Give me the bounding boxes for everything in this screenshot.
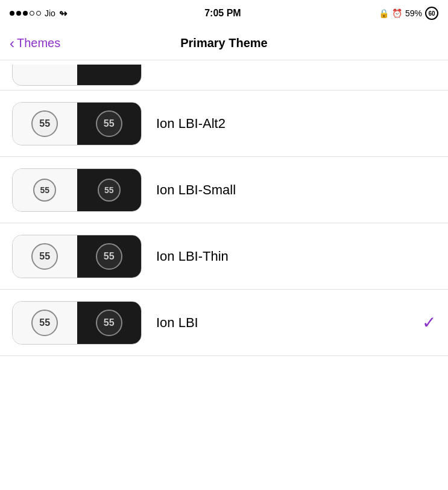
badge-dark-ion-lbi-small: 55 xyxy=(98,179,121,202)
badge-light-ion-lbi-small: 55 xyxy=(33,179,56,202)
preview-dark-ion-lbi-thin: 55 xyxy=(77,235,142,278)
lock-icon: 🔒 xyxy=(379,8,389,18)
theme-name-ion-lbi-thin: Ion LBI-Thin xyxy=(156,249,436,264)
back-chevron-icon: ‹ xyxy=(10,36,14,51)
theme-item-ion-lbi[interactable]: 55 55 Ion LBI ✓ xyxy=(0,290,448,356)
theme-preview-ion-lbi-thin: 55 55 xyxy=(12,235,142,278)
theme-preview-ion-lbi: 55 55 xyxy=(12,301,142,345)
theme-preview-ion-lbi-alt2: 55 55 xyxy=(12,102,142,145)
signal-dot-3 xyxy=(23,11,28,16)
alarm-icon: ⏰ xyxy=(392,8,402,18)
status-left: Jio ↬ xyxy=(10,8,67,19)
preview-light-ion-lbi: 55 xyxy=(13,302,77,344)
page-title: Primary Theme xyxy=(70,36,378,50)
signal-dot-2 xyxy=(16,11,21,16)
theme-name-ion-lbi: Ion LBI xyxy=(156,315,415,331)
battery-percent: 59% xyxy=(405,8,422,18)
badge-dark-ion-lbi-alt2: 55 xyxy=(96,110,122,137)
signal-dot-5 xyxy=(36,11,41,16)
wifi-icon: ↬ xyxy=(59,8,67,19)
theme-item-ion-lbi-thin[interactable]: 55 55 Ion LBI-Thin xyxy=(0,223,448,290)
signal-dot-4 xyxy=(30,11,34,16)
carrier-label: Jio xyxy=(45,8,55,18)
preview-light-ion-lbi-alt2: 55 xyxy=(13,103,77,145)
badge-light-ion-lbi: 55 xyxy=(31,310,58,336)
theme-item-ion-lbi-alt2[interactable]: 55 55 Ion LBI-Alt2 xyxy=(0,91,448,157)
battery-indicator: 60 xyxy=(425,7,438,20)
badge-light-ion-lbi-alt2: 55 xyxy=(31,110,58,137)
preview-light-ion-lbi-thin: 55 xyxy=(13,235,77,278)
partial-preview-light xyxy=(13,65,77,85)
selected-checkmark-icon: ✓ xyxy=(422,313,436,332)
preview-light-ion-lbi-small: 55 xyxy=(13,169,77,211)
partial-preview-dark xyxy=(77,65,142,85)
theme-preview-ion-lbi-small: 55 55 xyxy=(12,168,142,212)
signal-indicator xyxy=(10,11,41,16)
battery-circle-label: 60 xyxy=(428,10,435,17)
signal-dot-1 xyxy=(10,11,14,16)
status-bar: Jio ↬ 7:05 PM 🔒 ⏰ 59% 60 xyxy=(0,0,448,27)
status-time: 7:05 PM xyxy=(204,8,241,19)
status-right: 🔒 ⏰ 59% 60 xyxy=(379,7,438,20)
badge-dark-ion-lbi: 55 xyxy=(96,310,122,336)
theme-name-ion-lbi-alt2: Ion LBI-Alt2 xyxy=(156,116,436,132)
preview-dark-ion-lbi: 55 xyxy=(77,302,142,344)
nav-bar: ‹ Themes Primary Theme xyxy=(0,27,448,60)
badge-light-ion-lbi-thin: 55 xyxy=(31,243,58,270)
preview-dark-ion-lbi-small: 55 xyxy=(77,169,142,211)
partial-theme-item[interactable] xyxy=(0,60,448,91)
theme-name-ion-lbi-small: Ion LBI-Small xyxy=(156,182,436,198)
badge-dark-ion-lbi-thin: 55 xyxy=(96,243,122,270)
preview-dark-ion-lbi-alt2: 55 xyxy=(77,103,142,145)
partial-theme-preview xyxy=(12,65,142,86)
content-area: 55 55 Ion LBI-Alt2 55 55 xyxy=(0,60,448,490)
theme-item-ion-lbi-small[interactable]: 55 55 Ion LBI-Small xyxy=(0,157,448,223)
back-button[interactable]: ‹ Themes xyxy=(10,36,70,51)
back-label: Themes xyxy=(17,36,60,50)
